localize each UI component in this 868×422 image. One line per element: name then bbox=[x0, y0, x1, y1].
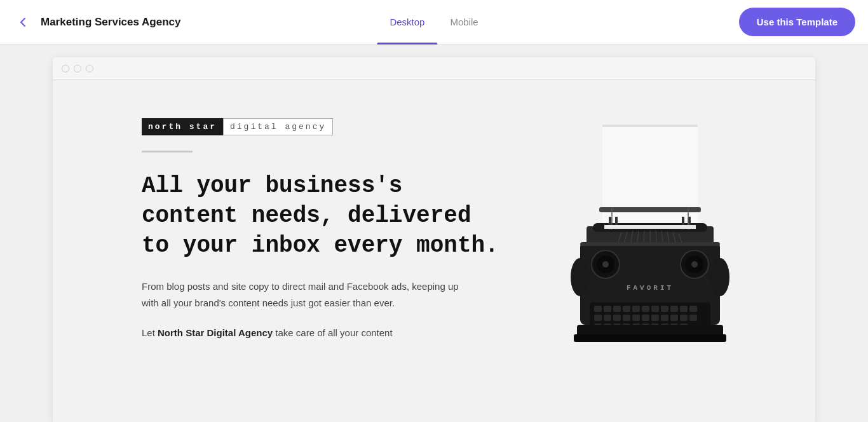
use-template-button[interactable]: Use this Template bbox=[739, 8, 855, 36]
svg-point-51 bbox=[602, 261, 609, 268]
svg-rect-24 bbox=[689, 306, 697, 312]
second-para-start: Let bbox=[142, 327, 158, 338]
svg-rect-25 bbox=[594, 315, 602, 321]
back-button[interactable] bbox=[13, 12, 33, 32]
hero-image: FAVORIT bbox=[536, 118, 764, 385]
svg-rect-32 bbox=[661, 315, 668, 321]
svg-rect-57 bbox=[604, 225, 696, 229]
svg-rect-33 bbox=[670, 315, 678, 321]
svg-rect-20 bbox=[651, 306, 659, 312]
svg-rect-19 bbox=[642, 306, 649, 312]
svg-point-11 bbox=[571, 258, 590, 296]
svg-rect-23 bbox=[680, 306, 688, 312]
second-paragraph: Let North Star Digital Agency take care … bbox=[142, 325, 472, 341]
svg-rect-18 bbox=[632, 306, 640, 312]
browser-dot-2 bbox=[74, 65, 81, 72]
logo-black-text: north star bbox=[142, 118, 223, 135]
svg-rect-15 bbox=[604, 306, 611, 312]
svg-rect-29 bbox=[632, 315, 640, 321]
topbar: Marketing Services Agency Desktop Mobile… bbox=[0, 0, 868, 44]
svg-text:FAVORIT: FAVORIT bbox=[627, 284, 674, 292]
svg-rect-17 bbox=[623, 306, 630, 312]
svg-rect-22 bbox=[670, 306, 678, 312]
svg-rect-26 bbox=[604, 315, 611, 321]
svg-rect-31 bbox=[651, 315, 659, 321]
svg-rect-16 bbox=[613, 306, 621, 312]
page-title: Marketing Services Agency bbox=[41, 16, 180, 29]
second-para-bold: North Star Digital Agency bbox=[158, 327, 273, 338]
browser-bar bbox=[53, 57, 815, 80]
tabs-container: Desktop Mobile bbox=[377, 0, 491, 44]
browser-dot-1 bbox=[62, 65, 69, 72]
svg-rect-35 bbox=[689, 315, 697, 321]
browser-dot-3 bbox=[86, 65, 93, 72]
svg-point-12 bbox=[710, 258, 729, 296]
svg-rect-28 bbox=[623, 315, 630, 321]
svg-rect-8 bbox=[599, 207, 701, 212]
svg-rect-48 bbox=[574, 334, 726, 342]
hero-body-text: From blog posts and site copy to direct … bbox=[142, 278, 472, 311]
logo-white-text: digital agency bbox=[223, 118, 333, 135]
svg-rect-10 bbox=[580, 242, 720, 246]
logo-area: north star digital agency bbox=[142, 118, 510, 135]
page-content: north star digital agency All your busin… bbox=[53, 80, 815, 422]
svg-rect-30 bbox=[642, 315, 649, 321]
tab-mobile[interactable]: Mobile bbox=[437, 0, 491, 44]
hero-headline: All your business's content needs, deliv… bbox=[142, 172, 510, 261]
svg-rect-21 bbox=[661, 306, 668, 312]
svg-rect-1 bbox=[602, 125, 698, 127]
left-content: north star digital agency All your busin… bbox=[142, 118, 510, 385]
section-divider bbox=[142, 151, 193, 153]
second-para-end: take care of all your content bbox=[273, 327, 392, 338]
svg-rect-34 bbox=[680, 315, 688, 321]
svg-rect-27 bbox=[613, 315, 621, 321]
typewriter-illustration: FAVORIT bbox=[548, 118, 752, 385]
svg-rect-14 bbox=[594, 306, 602, 312]
tab-desktop[interactable]: Desktop bbox=[377, 0, 437, 44]
preview-frame: ▲ ▼ north star digital agency All your b… bbox=[53, 57, 815, 422]
svg-point-54 bbox=[691, 261, 698, 268]
